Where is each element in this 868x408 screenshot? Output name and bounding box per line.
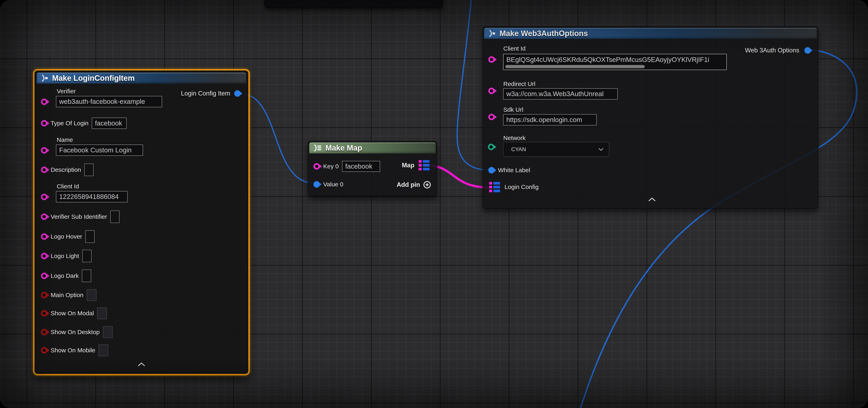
node-header[interactable]: Make LoginConfigItem: [37, 73, 246, 83]
show-on-desktop-checkbox[interactable]: [103, 326, 113, 338]
row-show-on-modal: Show On Modal: [41, 307, 107, 319]
pin-label-white-label: White Label: [498, 167, 530, 174]
show-on-modal-checkbox[interactable]: [97, 307, 107, 319]
add-pin-button[interactable]: Add pin: [397, 180, 431, 189]
pin-label-show-on-mobile: Show On Mobile: [51, 347, 95, 354]
wire-loginconfigitem-to-value0[interactable]: [240, 94, 315, 183]
pin-label-description: Description: [51, 166, 81, 173]
pin-name[interactable]: [41, 147, 48, 154]
pin-label-verifier-sub-identifier: Verifier Sub Identifier: [51, 213, 107, 220]
map-pin-icon[interactable]: [418, 160, 430, 170]
pin-network[interactable]: [488, 144, 494, 150]
pin-type-of-login[interactable]: [41, 120, 48, 127]
logo-dark-input[interactable]: [82, 270, 91, 282]
node-header[interactable]: Make Web3AuthOptions: [484, 28, 817, 39]
map-pin-value-swatch: [493, 186, 500, 189]
pin-white-label[interactable]: [488, 167, 495, 173]
pin-value0[interactable]: [313, 181, 320, 188]
output-pin-label-map: Map: [402, 162, 414, 169]
offscreen-node-bottom-edge[interactable]: [265, 0, 443, 8]
make-map-icon: [313, 144, 322, 152]
row-key0: Key 0 facebook: [313, 161, 380, 172]
node-title: Make LoginConfigItem: [52, 74, 134, 82]
pin-key0[interactable]: [313, 163, 320, 170]
row-verifier-sub-identifier: Verifier Sub Identifier: [41, 210, 120, 223]
map-pin-value-swatch: [493, 182, 500, 184]
description-input[interactable]: [84, 164, 94, 176]
pin-label-sdk-url: Sdk Url: [503, 106, 523, 113]
pin-logo-light[interactable]: [41, 253, 48, 259]
node-title: Make Web3AuthOptions: [499, 29, 588, 38]
map-pin-key-swatch: [489, 182, 492, 184]
add-pin-label: Add pin: [397, 181, 420, 189]
map-pin-key-swatch: [489, 186, 492, 189]
pin-show-on-mobile[interactable]: [41, 347, 48, 353]
pin-label-key0: Key 0: [323, 163, 339, 170]
pin-description[interactable]: [41, 167, 48, 173]
row-description: Description: [41, 163, 94, 176]
make-struct-icon: [488, 29, 496, 38]
pin-label-type-of-login: Type Of Login: [51, 120, 89, 127]
collapse-chevron-icon[interactable]: [648, 197, 656, 202]
node-make-loginconfigitem[interactable]: Make LoginConfigItem Login Config Item V…: [33, 69, 250, 375]
row-show-on-desktop: Show On Desktop: [41, 326, 113, 338]
row-logo-dark: Logo Dark: [41, 269, 91, 282]
node-make-web3authoptions[interactable]: Make Web3AuthOptions Web 3Auth Options C…: [483, 27, 818, 209]
login-config-map-pin-icon[interactable]: [489, 182, 500, 192]
main-option-checkbox[interactable]: [87, 289, 96, 301]
row-login-config: Login Config: [489, 181, 538, 193]
pin-logo-dark[interactable]: [41, 273, 48, 279]
map-pin-value-swatch: [423, 164, 430, 167]
client-id-scrollbar[interactable]: [505, 65, 645, 68]
pin-sdk-url[interactable]: [488, 114, 495, 120]
collapse-chevron-icon[interactable]: [137, 362, 146, 367]
output-pin-label: Web 3Auth Options: [745, 47, 799, 54]
logo-light-input[interactable]: [82, 250, 92, 262]
pin-verifier[interactable]: [41, 99, 48, 105]
logo-hover-input[interactable]: [85, 230, 95, 243]
row-show-on-mobile: Show On Mobile: [41, 344, 108, 356]
output-pin-web3auth-options[interactable]: [804, 47, 811, 54]
map-pin-key-swatch: [489, 190, 492, 192]
key0-input[interactable]: facebook: [342, 161, 380, 172]
pin-show-on-desktop[interactable]: [41, 329, 48, 335]
show-on-mobile-checkbox[interactable]: [98, 344, 108, 356]
row-logo-hover: Logo Hover: [41, 230, 95, 243]
pin-main-option[interactable]: [41, 292, 48, 298]
blueprint-graph-canvas[interactable]: Make LoginConfigItem Login Config Item V…: [0, 0, 868, 408]
pin-label-logo-light: Logo Light: [51, 252, 79, 260]
pin-verifier-sub-identifier[interactable]: [41, 213, 48, 220]
pin-logo-hover[interactable]: [41, 233, 48, 240]
client-id-input[interactable]: 1222658941886084: [56, 191, 128, 202]
network-selected-value: CYAN: [511, 146, 526, 152]
node-header[interactable]: Make Map: [309, 142, 436, 154]
redirect-url-input[interactable]: w3a://com.w3a.Web3AuthUnreal: [503, 88, 618, 100]
node-make-loginconfigitem-body[interactable]: Make LoginConfigItem Login Config Item V…: [35, 71, 248, 373]
pin-label-logo-dark: Logo Dark: [51, 272, 79, 279]
pin-show-on-modal[interactable]: [41, 310, 48, 316]
verifier-sub-identifier-input[interactable]: [110, 210, 120, 223]
row-white-label: White Label: [488, 165, 530, 175]
make-struct-icon: [40, 74, 49, 82]
row-value0: Value 0: [313, 179, 343, 189]
name-input[interactable]: Facebook Custom Login: [56, 144, 143, 156]
node-make-map[interactable]: Make Map Key 0 facebook Map Value 0 Add …: [308, 141, 437, 196]
verifier-input[interactable]: web3auth-facebook-example: [56, 96, 162, 107]
type-of-login-input[interactable]: facebook: [92, 117, 127, 129]
pin-client-id[interactable]: [488, 56, 495, 63]
pin-label-network: Network: [503, 135, 526, 141]
pin-label-logo-hover: Logo Hover: [51, 233, 82, 240]
network-dropdown[interactable]: CYAN: [503, 142, 609, 157]
wire-map-to-loginconfig[interactable]: [430, 165, 489, 188]
map-pin-key-swatch: [418, 160, 422, 163]
dropdown-chevron-icon: [598, 147, 604, 151]
pin-label-main-option: Main Option: [51, 292, 84, 299]
pin-client-id[interactable]: [41, 194, 48, 200]
map-pin-value-swatch: [493, 190, 500, 192]
output-pin-login-config-item[interactable]: [234, 90, 241, 97]
pin-label-redirect-url: Redirect Url: [503, 80, 535, 88]
pin-redirect-url[interactable]: [488, 88, 495, 94]
map-pin-key-swatch: [418, 168, 422, 170]
sdk-url-input[interactable]: https://sdk.openlogin.com: [503, 114, 597, 126]
pin-label-show-on-modal: Show On Modal: [51, 310, 94, 317]
